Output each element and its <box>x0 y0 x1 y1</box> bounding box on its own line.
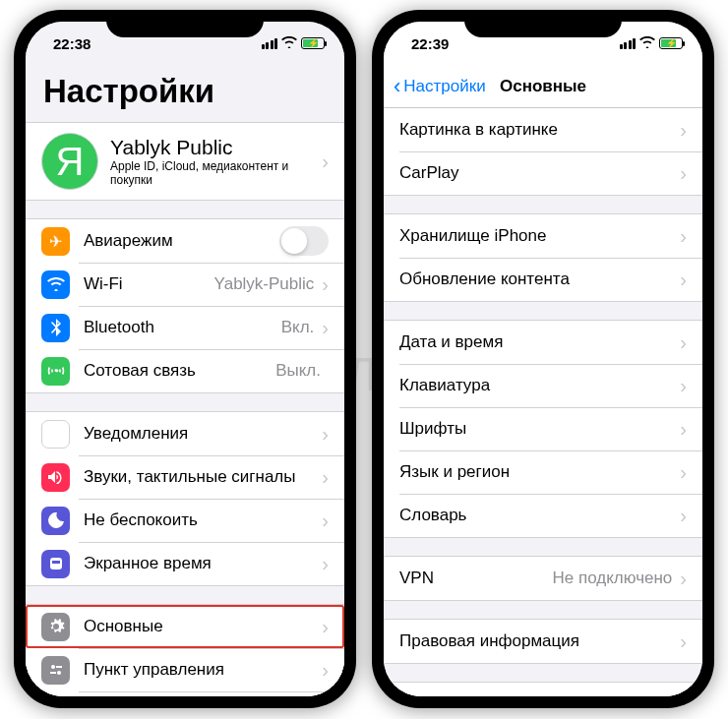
row-label: Хранилище iPhone <box>399 226 680 246</box>
svg-rect-1 <box>52 561 60 564</box>
cellular-icon <box>41 357 70 386</box>
row-detail: Выкл. <box>275 361 321 381</box>
row-sounds[interactable]: Звуки, тактильные сигналы › <box>26 455 344 499</box>
row-label: Правовая информация <box>399 631 680 651</box>
group-reset: Сброс › Выключить <box>384 682 702 696</box>
chevron-right-icon: › <box>322 466 329 489</box>
chevron-right-icon: › <box>322 150 329 173</box>
row-cellular[interactable]: Сотовая связь Выкл. <box>26 349 344 392</box>
chevron-right-icon: › <box>680 162 687 185</box>
row-vpn[interactable]: VPN Не подключено › <box>384 557 702 600</box>
chevron-right-icon: › <box>322 423 329 446</box>
page-title: Настройки <box>26 65 344 116</box>
chevron-right-icon: › <box>680 375 687 397</box>
screen-right: 22:39 ⚡ ‹ Настройки Основные Картинка в … <box>384 22 702 696</box>
row-dictionary[interactable]: Словарь › <box>384 494 702 537</box>
notch <box>464 10 622 37</box>
screentime-icon <box>41 550 70 578</box>
row-fonts[interactable]: Шрифты › <box>384 407 702 450</box>
row-control-center[interactable]: Пункт управления › <box>26 648 344 691</box>
svg-rect-5 <box>50 672 56 674</box>
profile-subtitle: Apple ID, iCloud, медиаконтент и покупки <box>110 159 322 187</box>
chevron-right-icon: › <box>322 509 329 532</box>
airplane-switch[interactable] <box>279 226 329 256</box>
row-display[interactable]: AA Экран и яркость › <box>26 691 344 696</box>
row-label: Шрифты <box>399 419 680 439</box>
row-notifications[interactable]: ◉ Уведомления › <box>26 412 344 455</box>
row-label: Сброс <box>399 694 680 696</box>
cellular-signal-icon <box>262 38 278 49</box>
group-vpn: VPN Не подключено › <box>384 556 702 601</box>
status-time: 22:38 <box>53 35 91 52</box>
row-keyboard[interactable]: Клавиатура › <box>384 364 702 407</box>
row-dnd[interactable]: Не беспокоить › <box>26 499 344 542</box>
row-carplay[interactable]: CarPlay › <box>384 151 702 195</box>
row-label: Основные <box>84 617 322 636</box>
airplane-icon: ✈︎ <box>41 227 70 256</box>
row-label: Язык и регион <box>399 462 680 482</box>
chevron-right-icon: › <box>680 630 687 653</box>
group-storage: Хранилище iPhone › Обновление контента › <box>384 213 702 302</box>
row-reset[interactable]: Сброс › <box>384 683 702 696</box>
chevron-right-icon: › <box>322 659 329 682</box>
phone-right: 22:39 ⚡ ‹ Настройки Основные Картинка в … <box>372 10 714 708</box>
row-label: Wi-Fi <box>84 274 214 294</box>
chevron-right-icon: › <box>680 225 687 248</box>
row-label: Уведомления <box>84 424 322 444</box>
row-detail: Не подключено <box>553 569 673 588</box>
group-profile: Я Yablyk Public Apple ID, iCloud, медиак… <box>26 122 344 201</box>
row-storage[interactable]: Хранилище iPhone › <box>384 214 702 258</box>
row-label: Сотовая связь <box>84 361 275 381</box>
profile-name: Yablyk Public <box>110 136 322 159</box>
row-language-region[interactable]: Язык и регион › <box>384 450 702 494</box>
row-detail: Yablyk-Public <box>214 274 315 294</box>
row-pip[interactable]: Картинка в картинке › <box>384 108 702 151</box>
screen-left: 22:38 ⚡ Настройки Я Yablyk Public Apple … <box>26 22 344 696</box>
chevron-right-icon: › <box>322 317 329 339</box>
group-general: Основные › Пункт управления › AA Экран и… <box>26 604 344 696</box>
status-time: 22:39 <box>411 35 449 52</box>
sounds-icon <box>41 463 70 492</box>
chevron-right-icon: › <box>680 693 687 697</box>
row-airplane-mode[interactable]: ✈︎ Авиарежим <box>26 219 344 263</box>
general-list: Картинка в картинке › CarPlay › Хранилищ… <box>384 108 702 696</box>
row-general[interactable]: Основные › <box>26 605 344 648</box>
wifi-row-icon <box>41 270 70 299</box>
row-detail: Вкл. <box>281 318 315 337</box>
chevron-right-icon: › <box>322 553 329 575</box>
phone-left: 22:38 ⚡ Настройки Я Yablyk Public Apple … <box>14 10 356 708</box>
chevron-right-icon: › <box>680 505 687 527</box>
notifications-icon: ◉ <box>41 420 70 449</box>
row-label: Не беспокоить <box>84 510 322 530</box>
svg-point-4 <box>57 671 61 675</box>
row-label: Клавиатура <box>399 376 680 395</box>
dnd-icon <box>41 507 70 535</box>
row-legal[interactable]: Правовая информация › <box>384 620 702 663</box>
row-label: VPN <box>399 569 553 588</box>
status-indicators: ⚡ <box>262 35 326 51</box>
wifi-icon <box>639 35 655 51</box>
wifi-icon <box>281 35 297 51</box>
avatar: Я <box>41 133 98 190</box>
row-label: Звуки, тактильные сигналы <box>84 467 322 487</box>
group-connectivity: ✈︎ Авиарежим Wi-Fi Yablyk-Public › <box>26 218 344 393</box>
chevron-right-icon: › <box>680 269 687 291</box>
chevron-right-icon: › <box>680 418 687 441</box>
navigation-bar: ‹ Настройки Основные <box>384 65 702 108</box>
status-indicators: ⚡ <box>620 35 684 51</box>
general-icon <box>41 613 70 641</box>
row-label: Авиарежим <box>84 231 279 251</box>
group-notifications: ◉ Уведомления › Звуки, тактильные сигнал… <box>26 411 344 586</box>
row-bg-refresh[interactable]: Обновление контента › <box>384 258 702 301</box>
row-wifi[interactable]: Wi-Fi Yablyk-Public › <box>26 263 344 306</box>
svg-rect-3 <box>56 666 62 668</box>
row-screentime[interactable]: Экранное время › <box>26 542 344 585</box>
row-label: Пункт управления <box>84 660 322 680</box>
row-date-time[interactable]: Дата и время › <box>384 321 702 364</box>
row-apple-id[interactable]: Я Yablyk Public Apple ID, iCloud, медиак… <box>26 123 344 200</box>
back-button[interactable]: ‹ Настройки <box>394 76 486 97</box>
row-label: Словарь <box>399 506 680 525</box>
nav-title: Основные <box>500 77 586 96</box>
bluetooth-icon <box>41 314 70 342</box>
row-bluetooth[interactable]: Bluetooth Вкл. › <box>26 306 344 349</box>
